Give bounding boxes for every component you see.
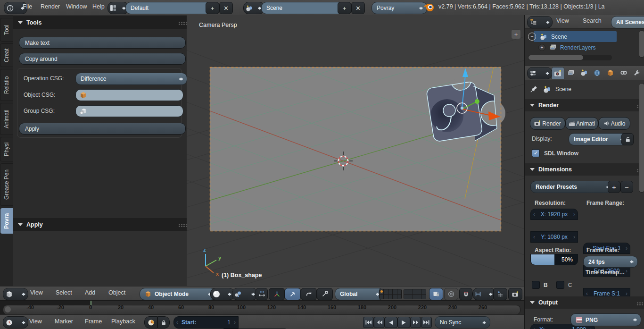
- scroller-left-cap[interactable]: [5, 306, 11, 312]
- play-button[interactable]: [397, 317, 410, 328]
- resolution-y-field[interactable]: Y: 1080 px: [530, 231, 578, 243]
- tab-povray[interactable]: Povra: [0, 208, 13, 234]
- group-csg-field[interactable]: [75, 105, 183, 117]
- tab-modifiers[interactable]: [631, 67, 643, 78]
- view3d-menu-add[interactable]: Add: [83, 289, 97, 296]
- panel-grip-icon[interactable]: [179, 22, 180, 23]
- outliner-row-renderlayers[interactable]: + RenderLayers: [538, 42, 595, 52]
- viewport-canvas[interactable]: z y x: [187, 15, 524, 286]
- outliner-editor-selector[interactable]: [527, 16, 553, 28]
- menu-help[interactable]: Help: [91, 3, 107, 10]
- add-preset-button[interactable]: +: [608, 181, 620, 193]
- expand-circle-icon[interactable]: +: [538, 44, 545, 51]
- preview-range-clock-button[interactable]: [144, 316, 157, 329]
- view3d-menu-select[interactable]: Select: [54, 289, 74, 296]
- timeline-menu-frame[interactable]: Frame: [83, 318, 104, 325]
- display-lock-button[interactable]: [621, 133, 634, 145]
- tab-render-properties[interactable]: [552, 67, 564, 79]
- snap-toggle-button[interactable]: [459, 288, 472, 300]
- layers-widget-b[interactable]: [404, 289, 426, 299]
- translate-manipulator-button[interactable]: [285, 288, 301, 300]
- outliner-hscrollbar-thumb[interactable]: [528, 55, 583, 60]
- view3d-editor-selector[interactable]: [3, 288, 28, 300]
- copy-around-button[interactable]: Copy around: [19, 53, 186, 65]
- menu-render[interactable]: Render: [39, 3, 62, 10]
- scene-name[interactable]: Scene: [261, 2, 342, 14]
- render-animation-button[interactable]: Animati: [565, 117, 598, 130]
- timeline-menu-view[interactable]: View: [27, 318, 44, 325]
- tab-constraints[interactable]: [618, 67, 629, 78]
- viewport-shading-dropdown[interactable]: [210, 288, 234, 300]
- menu-window[interactable]: Window: [64, 3, 89, 10]
- sdl-window-row[interactable]: ✓ SDL Window: [532, 149, 578, 157]
- manipulator-toggle[interactable]: [256, 288, 268, 300]
- outliner-menu-search[interactable]: Search: [581, 17, 603, 24]
- next-keyframe-button[interactable]: [410, 317, 421, 328]
- prev-keyframe-button[interactable]: [374, 317, 385, 328]
- render-panel-header[interactable]: Render: [525, 99, 644, 111]
- sync-dropdown[interactable]: No Sync: [435, 316, 490, 329]
- sdl-checkbox[interactable]: ✓: [532, 149, 540, 157]
- tab-physics[interactable]: Physi: [0, 137, 13, 161]
- panel-grip-icon[interactable]: [179, 224, 180, 225]
- opengl-render-button[interactable]: [508, 288, 522, 300]
- scale-manipulator-button[interactable]: [317, 288, 333, 300]
- tab-animation[interactable]: Animati: [0, 103, 13, 135]
- tab-relations[interactable]: Relatio: [0, 69, 13, 101]
- panel-grip-icon[interactable]: [637, 169, 638, 170]
- render-presets-dropdown[interactable]: Render Presets: [530, 181, 614, 193]
- viewport[interactable]: z y x Camera Persp (1) Box_shape +: [187, 15, 524, 286]
- manipulator-axes-button[interactable]: [269, 288, 285, 300]
- tab-world-properties[interactable]: [591, 67, 603, 78]
- rotate-manipulator-button[interactable]: [301, 288, 317, 300]
- operation-csg-dropdown[interactable]: Difference: [75, 73, 187, 85]
- add-scene-button[interactable]: +: [338, 2, 351, 14]
- proportional-edit-button[interactable]: [444, 288, 458, 300]
- outliner-filter-dropdown[interactable]: All Scenes: [611, 16, 644, 28]
- view3d-menu-object[interactable]: Object: [107, 289, 127, 296]
- timeline-ruler[interactable]: -40 -20 0 20 40 60 80 100 120 140 160 18…: [0, 300, 524, 315]
- breadcrumb-label[interactable]: Scene: [555, 86, 571, 93]
- tab-create[interactable]: Creat: [0, 43, 13, 67]
- manipulate-centers-button[interactable]: [493, 288, 507, 300]
- outliner-hscrollbar[interactable]: [528, 55, 612, 60]
- outliner-menu-view[interactable]: View: [554, 17, 571, 24]
- object-csg-field[interactable]: [75, 89, 183, 101]
- panel-grip-icon[interactable]: [637, 302, 638, 304]
- pin-icon[interactable]: [530, 85, 538, 93]
- transform-orientation-dropdown[interactable]: Global: [335, 288, 384, 300]
- play-reverse-button[interactable]: [385, 317, 397, 328]
- collapse-circle-icon[interactable]: −: [528, 33, 536, 41]
- tab-object-properties[interactable]: [604, 67, 616, 78]
- lock-frame-button[interactable]: [157, 316, 170, 329]
- mode-dropdown[interactable]: Object Mode: [140, 288, 216, 300]
- apply-csg-button[interactable]: Apply: [19, 123, 186, 135]
- timeline-menu-marker[interactable]: Marker: [53, 318, 75, 325]
- screen-layout-name[interactable]: Default: [125, 2, 210, 14]
- render-audio-button[interactable]: Audio: [598, 117, 630, 130]
- properties-editor-selector[interactable]: [527, 67, 552, 79]
- frame-rate-dropdown[interactable]: 24 fps: [583, 256, 638, 268]
- snap-element-dropdown[interactable]: [472, 288, 495, 300]
- timeline-menu-playback[interactable]: Playback: [109, 318, 137, 325]
- view3d-menu-view[interactable]: View: [28, 289, 45, 296]
- tab-render-layers[interactable]: [565, 67, 577, 78]
- jump-to-end-button[interactable]: [421, 317, 432, 328]
- add-layout-button[interactable]: +: [206, 2, 219, 14]
- resolution-percentage-slider[interactable]: 50%: [530, 254, 578, 265]
- outliner-vscrollbar[interactable]: [639, 30, 644, 58]
- render-engine-selector[interactable]: Povray: [372, 2, 427, 14]
- tab-tools[interactable]: Tool: [0, 18, 13, 42]
- display-dropdown[interactable]: Image Editor: [569, 133, 628, 145]
- dimensions-panel-header[interactable]: Dimensions: [525, 163, 644, 176]
- lock-to-scene-button[interactable]: [429, 288, 443, 300]
- close-layout-button[interactable]: ✕: [219, 2, 233, 14]
- resolution-x-field[interactable]: X: 1920 px: [530, 209, 578, 220]
- render-button[interactable]: Render: [530, 117, 565, 130]
- crop-checkbox[interactable]: [556, 281, 564, 289]
- output-panel-header[interactable]: Output: [525, 296, 644, 309]
- tab-grease-pencil[interactable]: Grease Pen: [0, 163, 13, 206]
- panel-grip-icon[interactable]: [637, 105, 638, 106]
- apply-panel-header[interactable]: Apply: [13, 218, 187, 231]
- pivot-point-dropdown[interactable]: [232, 288, 258, 300]
